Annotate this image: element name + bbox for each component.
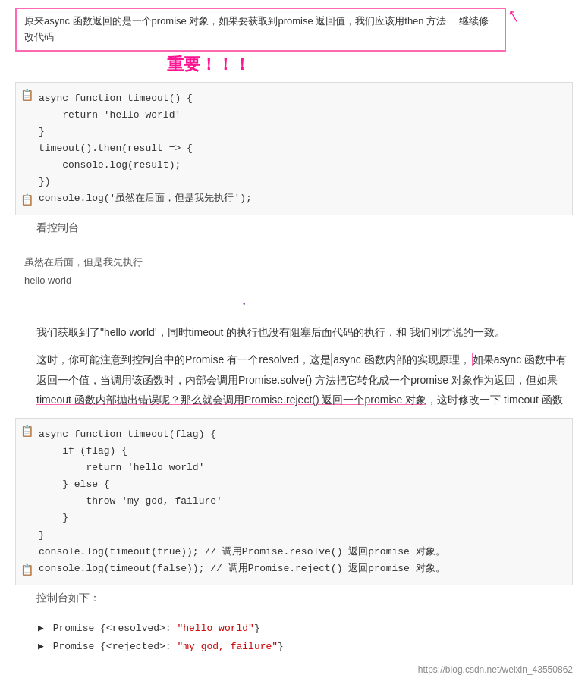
code-line: console.log(result);	[39, 157, 563, 174]
code-line: }	[39, 527, 563, 544]
para-2-highlight: async 函数内部的实现原理，	[331, 353, 472, 366]
promise-item-resolved: ▶ Promise {<resolved>: "hello world"}	[38, 620, 573, 637]
code-line: async function timeout() {	[39, 90, 563, 107]
promise-resolved-value: "hello world"	[177, 623, 253, 634]
important-label: 重要！！！	[167, 55, 250, 74]
code-copy-icon2-top[interactable]: 📋	[20, 423, 33, 441]
code-line: async function timeout(flag) {	[39, 426, 563, 443]
code-line: console.log('虽然在后面，但是我先执行');	[39, 190, 563, 207]
annotation-text: 原来async 函数返回的是一个promise 对象，如果要获取到promise…	[24, 15, 446, 27]
annotation-box: 原来async 函数返回的是一个promise 对象，如果要获取到promise…	[15, 8, 506, 52]
promise-resolved-text: Promise {<resolved>:	[53, 623, 178, 634]
code-block-2: 📋 async function timeout(flag) { if (fla…	[15, 418, 573, 585]
console-output-1: 虽然在后面，但是我先执行 hello world	[15, 249, 573, 293]
para-2-end: ，这时修改一下 timeout 函数	[426, 394, 563, 406]
annotation-area: 原来async 函数返回的是一个promise 对象，如果要获取到promise…	[15, 8, 573, 76]
code-block-1: 📋 async function timeout() { return 'hel…	[15, 82, 573, 216]
code-copy-icon-bottom[interactable]: 📋	[20, 192, 33, 210]
triangle-icon-rejected: ▶	[38, 641, 44, 652]
code-line: }	[39, 510, 563, 526]
code-line: })	[39, 174, 563, 190]
code-copy-icon-top[interactable]: 📋	[20, 87, 33, 105]
decoration-dot: •	[15, 300, 573, 308]
para-1: 我们获取到了"hello world'，同时timeout 的执行也没有阻塞后面…	[15, 323, 573, 342]
promise-resolved-close: }	[254, 623, 260, 634]
code-line: console.log(timeout(false)); // 调用Promis…	[39, 560, 563, 577]
console-label-2: 控制台如下：	[15, 592, 573, 605]
page-url: https://blog.csdn.net/weixin_43550862	[15, 660, 573, 675]
page-container: 原来async 函数返回的是一个promise 对象，如果要获取到promise…	[0, 0, 588, 700]
code-line: return 'hello world'	[39, 107, 563, 124]
code-line: return 'hello world'	[39, 460, 563, 476]
console-label-1: 看控制台	[15, 221, 573, 235]
promise-item-rejected: ▶ Promise {<rejected>: "my god, failure"…	[38, 639, 573, 655]
code-line: timeout().then(result => {	[39, 140, 563, 157]
code-content-1: async function timeout() { return 'hello…	[39, 90, 563, 208]
code-copy-icon2-bottom[interactable]: 📋	[20, 562, 33, 580]
code-content-2: async function timeout(flag) { if (flag)…	[39, 426, 563, 577]
code-line: console.log(timeout(true)); // 调用Promise…	[39, 544, 563, 560]
promise-output-container: ▶ Promise {<resolved>: "hello world"} ▶ …	[30, 620, 573, 655]
para-2: 这时，你可能注意到控制台中的Promise 有一个resolved，这是asyn…	[15, 350, 573, 410]
top-annotation-row: 原来async 函数返回的是一个promise 对象，如果要获取到promise…	[15, 8, 573, 76]
code-line: throw 'my god, failure'	[39, 493, 563, 510]
console-line: hello world	[24, 272, 564, 289]
promise-rejected-text: Promise {<rejected>:	[53, 641, 178, 652]
console-line: 虽然在后面，但是我先执行	[24, 253, 564, 271]
para-2-before: 这时，你可能注意到控制台中的Promise 有一个resolved，这是	[36, 353, 331, 366]
code-line: }	[39, 124, 563, 140]
code-line: if (flag) {	[39, 443, 563, 460]
code-line: } else {	[39, 476, 563, 493]
triangle-icon-resolved: ▶	[38, 623, 44, 634]
promise-rejected-value: "my god, failure"	[177, 641, 278, 652]
promise-rejected-close: }	[278, 641, 284, 652]
